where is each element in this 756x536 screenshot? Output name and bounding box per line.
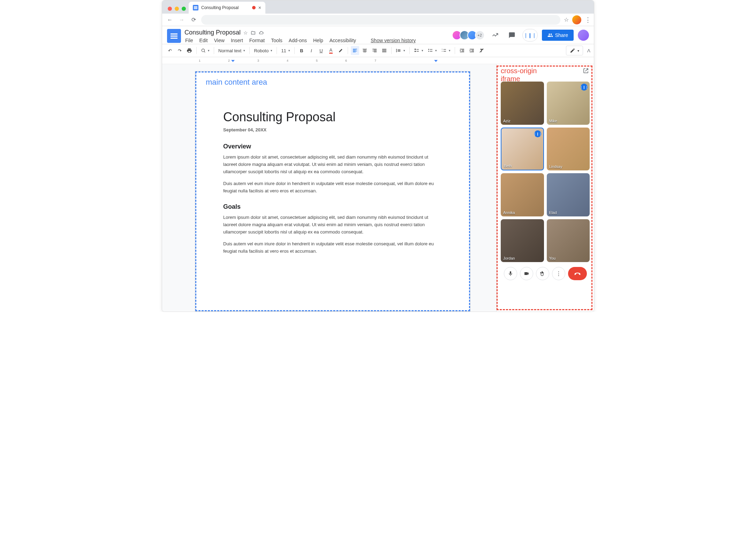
bookmark-star-icon[interactable]: ☆ bbox=[564, 16, 569, 23]
page[interactable]: main content area Consulting Proposal Se… bbox=[195, 71, 470, 312]
collaborators[interactable]: +2 bbox=[454, 30, 485, 40]
camera-button[interactable] bbox=[520, 267, 533, 280]
hangup-button[interactable] bbox=[568, 267, 587, 280]
text-color-button[interactable]: A bbox=[327, 46, 335, 55]
popout-button[interactable] bbox=[583, 68, 589, 74]
account-avatar[interactable] bbox=[578, 30, 589, 41]
comments-icon[interactable] bbox=[506, 29, 518, 41]
close-window-btn[interactable] bbox=[168, 7, 172, 11]
present-meet-button[interactable]: ❘❙❘ bbox=[522, 29, 538, 41]
paragraph[interactable]: Lorem ipsum dolor sit amet, consectetuer… bbox=[223, 214, 442, 236]
section-heading[interactable]: Overview bbox=[223, 143, 442, 150]
highlight-button[interactable] bbox=[337, 46, 345, 55]
recording-indicator-icon bbox=[252, 6, 256, 9]
browser-nav-bar: ← → ⟳ ☆ ⋮ bbox=[162, 14, 594, 26]
menu-help[interactable]: Help bbox=[312, 37, 324, 44]
version-history-link[interactable]: Show version history bbox=[370, 37, 416, 44]
cloud-status-icon[interactable] bbox=[258, 30, 264, 35]
italic-button[interactable]: I bbox=[307, 46, 316, 55]
browser-profile-avatar[interactable] bbox=[572, 15, 581, 24]
clear-format-button[interactable] bbox=[477, 46, 486, 55]
paragraph[interactable]: Duis autem vel eum iriure dolor in hendr… bbox=[223, 180, 442, 195]
menu-file[interactable]: File bbox=[184, 37, 194, 44]
voice-bars-icon: ❘❙❘ bbox=[524, 32, 536, 38]
star-doc-icon[interactable]: ☆ bbox=[243, 30, 248, 36]
print-button[interactable] bbox=[185, 46, 194, 55]
minimize-window-btn[interactable] bbox=[175, 7, 179, 11]
browser-tab[interactable]: Consulting Proposal × bbox=[189, 2, 265, 14]
menu-view[interactable]: View bbox=[213, 37, 225, 44]
share-button[interactable]: Share bbox=[542, 30, 574, 41]
participant-tile[interactable]: Jordan bbox=[501, 219, 544, 262]
participant-grid: Aziz ❘❙❘Mike ❘❙❘Beth Lindsay Annika Elad… bbox=[501, 82, 590, 262]
margin-marker-right[interactable] bbox=[434, 60, 438, 64]
redo-button[interactable]: ↷ bbox=[175, 46, 184, 55]
underline-button[interactable]: U bbox=[317, 46, 325, 55]
ruler[interactable]: 1 2 3 4 5 6 7 bbox=[162, 57, 594, 64]
editing-mode-dropdown[interactable]: ▾ bbox=[566, 46, 583, 55]
call-controls: ⋮ bbox=[501, 267, 590, 280]
participant-tile[interactable]: Elad bbox=[547, 173, 590, 216]
svg-point-0 bbox=[202, 49, 204, 52]
document-canvas[interactable]: main content area Consulting Proposal Se… bbox=[162, 64, 496, 312]
margin-marker-left[interactable] bbox=[231, 60, 235, 64]
svg-rect-2 bbox=[415, 49, 416, 50]
doc-title[interactable]: Consulting Proposal bbox=[184, 29, 241, 36]
address-bar[interactable] bbox=[201, 15, 560, 25]
participant-tile[interactable]: Annika bbox=[501, 173, 544, 216]
section-heading[interactable]: Goals bbox=[223, 203, 442, 210]
tab-close-button[interactable]: × bbox=[258, 5, 261, 10]
paragraph[interactable]: Lorem ipsum dolor sit amet, consectetuer… bbox=[223, 154, 442, 175]
docs-header: Consulting Proposal ☆ File Edit View Ins… bbox=[162, 26, 594, 44]
menu-accessibility[interactable]: Accessibility bbox=[329, 37, 357, 44]
meet-side-panel: cross-origin iframe Aziz ❘❙❘Mike ❘❙❘Beth… bbox=[496, 64, 594, 312]
reload-button[interactable]: ⟳ bbox=[189, 16, 198, 24]
maximize-window-btn[interactable] bbox=[182, 7, 186, 11]
align-justify-button[interactable] bbox=[380, 46, 388, 55]
browser-menu-button[interactable]: ⋮ bbox=[585, 16, 590, 24]
collaborator-overflow[interactable]: +2 bbox=[475, 30, 485, 40]
participant-tile[interactable]: Aziz bbox=[501, 82, 544, 125]
forward-button[interactable]: → bbox=[177, 16, 186, 24]
decrease-indent-button[interactable] bbox=[458, 46, 466, 55]
back-button[interactable]: ← bbox=[166, 16, 174, 24]
menu-tools[interactable]: Tools bbox=[270, 37, 283, 44]
doc-heading[interactable]: Consulting Proposal bbox=[223, 110, 442, 124]
doc-date[interactable]: September 04, 20XX bbox=[223, 127, 442, 132]
style-dropdown[interactable]: Normal text bbox=[217, 46, 247, 55]
checklist-button[interactable] bbox=[413, 46, 425, 55]
menu-edit[interactable]: Edit bbox=[199, 37, 209, 44]
window-controls bbox=[165, 7, 189, 14]
activity-icon[interactable] bbox=[489, 29, 501, 41]
participant-tile[interactable]: You bbox=[547, 219, 590, 262]
mute-button[interactable] bbox=[504, 267, 517, 280]
align-right-button[interactable] bbox=[370, 46, 379, 55]
increase-indent-button[interactable] bbox=[468, 46, 476, 55]
align-left-button[interactable] bbox=[351, 46, 359, 55]
collapse-toolbar-button[interactable]: ᐱ bbox=[587, 48, 590, 53]
participant-tile[interactable]: Lindsay bbox=[547, 128, 590, 171]
docs-logo-icon[interactable] bbox=[167, 29, 181, 43]
more-options-button[interactable]: ⋮ bbox=[552, 267, 565, 280]
undo-button[interactable]: ↶ bbox=[166, 46, 174, 55]
menu-format[interactable]: Format bbox=[249, 37, 265, 44]
bulleted-list-button[interactable] bbox=[426, 46, 438, 55]
menu-bar: File Edit View Insert Format Tools Add-o… bbox=[184, 37, 451, 44]
move-doc-icon[interactable] bbox=[251, 30, 256, 35]
menu-insert[interactable]: Insert bbox=[230, 37, 244, 44]
align-center-button[interactable] bbox=[361, 46, 369, 55]
menu-addons[interactable]: Add-ons bbox=[288, 37, 308, 44]
numbered-list-button[interactable] bbox=[440, 46, 452, 55]
line-spacing-button[interactable] bbox=[394, 46, 407, 55]
fontsize-dropdown[interactable]: 11 bbox=[280, 46, 291, 55]
browser-tab-strip: Consulting Proposal × bbox=[162, 0, 594, 14]
bold-button[interactable]: B bbox=[297, 46, 306, 55]
svg-point-3 bbox=[428, 49, 429, 50]
zoom-dropdown[interactable] bbox=[199, 46, 211, 55]
raise-hand-button[interactable] bbox=[536, 267, 549, 280]
participant-tile[interactable]: ❘❙❘Beth bbox=[501, 128, 544, 171]
paragraph[interactable]: Duis autem vel eum iriure dolor in hendr… bbox=[223, 240, 442, 255]
font-dropdown[interactable]: Roboto bbox=[252, 46, 274, 55]
participant-tile[interactable]: ❘❙❘Mike bbox=[547, 82, 590, 125]
annotation-label: cross-origin iframe bbox=[501, 67, 537, 83]
